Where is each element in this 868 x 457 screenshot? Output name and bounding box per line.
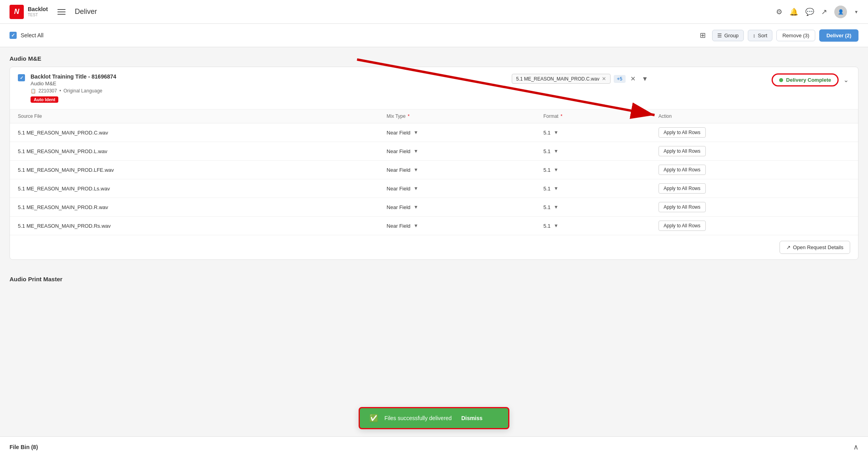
format-dropdown[interactable]: ▼	[554, 204, 559, 210]
audio-me-card: Backlot Training Title - 81696874 Audio …	[10, 67, 858, 260]
app-name: Backlot	[28, 6, 48, 13]
format-dropdown[interactable]: ▼	[554, 167, 559, 173]
mix-type-value: Near Field	[387, 167, 411, 173]
mix-type-value: Near Field	[387, 130, 411, 136]
filter-icon[interactable]: ⊞	[697, 29, 708, 42]
table-row: 5.1 ME_REASON_MAIN_PROD.LFE.wav Near Fie…	[10, 161, 858, 179]
cell-mix-type: Near Field ▼	[379, 217, 536, 235]
section-audio-me: Audio M&E Backlot Training Title - 81696…	[10, 55, 858, 260]
col-format: Format *	[536, 109, 651, 123]
format-dropdown[interactable]: ▼	[554, 223, 559, 228]
app-env: TEST	[28, 13, 48, 17]
deliver-button[interactable]: Deliver (2)	[819, 29, 858, 42]
group-button[interactable]: ☰ Group	[712, 30, 744, 41]
apply-all-rows-button[interactable]: Apply to All Rows	[659, 221, 706, 231]
hamburger-line	[58, 14, 65, 15]
apply-all-rows-button[interactable]: Apply to All Rows	[659, 127, 706, 138]
cell-source-file: 5.1 ME_REASON_MAIN_PROD.LFE.wav	[10, 161, 379, 179]
select-all-checkbox[interactable]	[10, 32, 17, 39]
calendar-icon: 📋	[31, 88, 36, 94]
mix-type-dropdown[interactable]: ▼	[414, 186, 419, 191]
cell-source-file: 5.1 ME_REASON_MAIN_PROD.L.wav	[10, 142, 379, 161]
mix-type-dropdown[interactable]: ▼	[414, 223, 419, 228]
logo-text: Backlot TEST	[28, 6, 48, 17]
mix-type-dropdown[interactable]: ▼	[414, 130, 419, 135]
table-body: 5.1 ME_REASON_MAIN_PROD.C.wav Near Field…	[10, 123, 858, 235]
cell-action: Apply to All Rows	[651, 217, 858, 235]
avatar-chevron[interactable]: ▼	[854, 10, 858, 14]
card-subtitle: Audio M&E	[31, 81, 116, 86]
header-left: N Backlot TEST Deliver	[10, 5, 97, 19]
cell-source-file: 5.1 ME_REASON_MAIN_PROD.C.wav	[10, 123, 379, 142]
group-icon: ☰	[717, 33, 722, 38]
cell-source-file: 5.1 ME_REASON_MAIN_PROD.Rs.wav	[10, 217, 379, 235]
mix-type-dropdown[interactable]: ▼	[414, 148, 419, 154]
file-tag: 5.1 ME_REASON_MAIN_PROD.C.wav ✕	[512, 74, 611, 84]
mix-type-dropdown[interactable]: ▼	[414, 167, 419, 173]
table-row: 5.1 ME_REASON_MAIN_PROD.R.wav Near Field…	[10, 198, 858, 217]
table-row: 5.1 ME_REASON_MAIN_PROD.L.wav Near Field…	[10, 142, 858, 161]
external-link-icon[interactable]: ↗	[821, 8, 827, 16]
delivery-complete-badge[interactable]: Delivery Complete	[772, 73, 839, 86]
group-label: Group	[724, 33, 739, 38]
mix-type-value: Near Field	[387, 148, 411, 154]
card-info: Backlot Training Title - 81696874 Audio …	[18, 73, 390, 103]
dropdown-files-icon[interactable]: ▼	[640, 74, 650, 84]
card-expand-icon[interactable]: ⌄	[842, 75, 850, 85]
main-content: Audio M&E Backlot Training Title - 81696…	[0, 47, 868, 303]
card-title: Backlot Training Title - 81696874	[31, 73, 116, 80]
hamburger-line	[58, 9, 65, 10]
hamburger-menu[interactable]	[54, 6, 69, 18]
plus-badge[interactable]: +5	[614, 75, 626, 83]
open-request-details-button[interactable]: ↗ Open Request Details	[780, 241, 850, 254]
mix-type-dropdown[interactable]: ▼	[414, 204, 419, 210]
card-checkbox[interactable]	[18, 74, 25, 81]
toolbar-right: ⊞ ☰ Group ↕ Sort Remove (3) Deliver (2)	[697, 29, 858, 42]
format-dropdown[interactable]: ▼	[554, 148, 559, 154]
cell-format: 5.1 ▼	[536, 217, 651, 235]
section-title-audio-print-master: Audio Print Master	[10, 269, 858, 286]
apply-all-rows-button[interactable]: Apply to All Rows	[659, 165, 706, 175]
page-title: Deliver	[75, 8, 97, 16]
apply-all-rows-button[interactable]: Apply to All Rows	[659, 202, 706, 212]
section-audio-print-master: Audio Print Master	[10, 269, 858, 286]
app-header: N Backlot TEST Deliver ⚙ 🔔 💬 ↗ 👤 ▼	[0, 0, 868, 24]
toolbar: Select All ⊞ ☰ Group ↕ Sort Remove (3) D…	[0, 24, 868, 47]
section-title-audio-me: Audio M&E	[10, 55, 858, 62]
card-actions: Delivery Complete ⌄	[772, 73, 850, 86]
bell-icon[interactable]: 🔔	[789, 8, 798, 16]
remove-button[interactable]: Remove (3)	[776, 30, 815, 41]
format-value: 5.1	[543, 130, 551, 136]
logo-area: N Backlot TEST	[10, 5, 48, 19]
mix-type-value: Near Field	[387, 186, 411, 192]
netflix-logo: N	[10, 5, 24, 19]
card-files: 5.1 ME_REASON_MAIN_PROD.C.wav ✕ +5 ✕ ▼	[395, 73, 767, 84]
col-mix-type: Mix Type *	[379, 109, 536, 123]
lang-value: Original Language	[63, 88, 102, 94]
cell-format: 5.1 ▼	[536, 161, 651, 179]
files-table: Source File Mix Type * Format * Action	[10, 109, 858, 235]
card-header-row: Backlot Training Title - 81696874 Audio …	[18, 73, 850, 103]
format-required: *	[561, 113, 563, 119]
format-dropdown[interactable]: ▼	[554, 186, 559, 191]
apply-all-rows-button[interactable]: Apply to All Rows	[659, 183, 706, 194]
hamburger-line	[58, 12, 65, 12]
card-header: Backlot Training Title - 81696874 Audio …	[10, 67, 858, 109]
table-row: 5.1 ME_REASON_MAIN_PROD.Rs.wav Near Fiel…	[10, 217, 858, 235]
date-lang: 📋 2210307 • Original Language	[31, 88, 116, 94]
file-tag-close[interactable]: ✕	[602, 76, 606, 82]
chat-icon[interactable]: 💬	[805, 8, 814, 16]
table-header: Source File Mix Type * Format * Action	[10, 109, 858, 123]
format-value: 5.1	[543, 223, 551, 229]
format-value: 5.1	[543, 186, 551, 192]
header-right: ⚙ 🔔 💬 ↗ 👤 ▼	[776, 6, 858, 18]
avatar[interactable]: 👤	[834, 6, 847, 18]
gear-icon[interactable]: ⚙	[776, 8, 782, 16]
clear-files-icon[interactable]: ✕	[629, 73, 637, 84]
sort-button[interactable]: ↕ Sort	[748, 30, 772, 41]
apply-all-rows-button[interactable]: Apply to All Rows	[659, 146, 706, 156]
format-dropdown[interactable]: ▼	[554, 130, 559, 135]
separator: •	[60, 88, 61, 94]
cell-action: Apply to All Rows	[651, 123, 858, 142]
select-all-label: Select All	[21, 32, 44, 38]
